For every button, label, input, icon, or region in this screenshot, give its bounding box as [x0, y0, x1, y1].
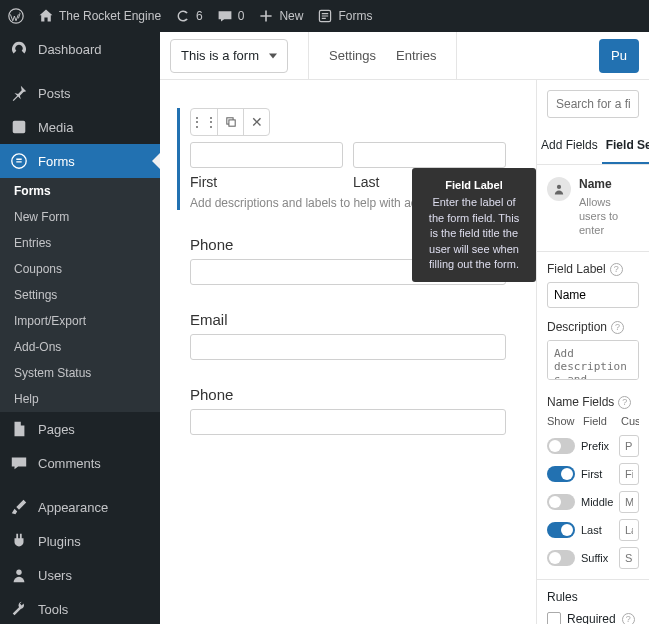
drag-handle[interactable]: ⋮⋮ — [191, 109, 217, 135]
comments-count: 0 — [238, 9, 245, 23]
submenu-new-form[interactable]: New Form — [0, 204, 160, 230]
new-label: New — [279, 9, 303, 23]
help-icon[interactable]: ? — [611, 321, 624, 334]
help-icon[interactable]: ? — [622, 613, 635, 624]
admin-bar: The Rocket Engine 6 0 New Forms — [0, 0, 649, 32]
first-name-input[interactable] — [190, 142, 343, 168]
help-icon[interactable]: ? — [610, 263, 623, 276]
tab-add-fields[interactable]: Add Fields — [537, 128, 602, 164]
tooltip-title: Field Label — [424, 178, 524, 193]
comments-link[interactable]: 0 — [217, 8, 245, 24]
submenu-addons[interactable]: Add-Ons — [0, 334, 160, 360]
sidebar-item-appearance[interactable]: Appearance — [0, 490, 160, 524]
form-canvas: ⋮⋮ ✕ First Last Add descriptions and lab… — [160, 80, 536, 624]
nf-label: Middle — [581, 496, 613, 508]
site-link[interactable]: The Rocket Engine — [38, 8, 161, 24]
col-show: Show — [547, 415, 577, 427]
main-area: This is a form Settings Entries Pu ⋮⋮ ✕ — [160, 32, 649, 624]
sidebar-item-users[interactable]: Users — [0, 558, 160, 592]
sidebar-label: Media — [38, 120, 73, 135]
phone2-label: Phone — [190, 386, 506, 403]
phone-field-2[interactable]: Phone — [190, 386, 506, 435]
sidebar-item-media[interactable]: Media — [0, 110, 160, 144]
row-last: Last — [547, 519, 639, 541]
topbar-divider — [456, 32, 457, 80]
row-suffix: Suffix — [547, 547, 639, 569]
svg-point-11 — [557, 185, 561, 189]
panel-tabs: Add Fields Field Settings — [537, 128, 649, 165]
email-input[interactable] — [190, 334, 506, 360]
email-label: Email — [190, 311, 506, 328]
submenu-forms[interactable]: Forms — [0, 178, 160, 204]
submenu-system-status[interactable]: System Status — [0, 360, 160, 386]
sidebar-label: Dashboard — [38, 42, 102, 57]
nf-label: First — [581, 468, 613, 480]
submenu-import-export[interactable]: Import/Export — [0, 308, 160, 334]
submenu-settings[interactable]: Settings — [0, 282, 160, 308]
search-field-input[interactable] — [547, 90, 639, 118]
new-link[interactable]: New — [258, 8, 303, 24]
field-label-tooltip: Field Label Enter the label of the form … — [412, 168, 536, 282]
field-label-input[interactable] — [547, 282, 639, 308]
nf-label: Suffix — [581, 552, 613, 564]
phone2-input[interactable] — [190, 409, 506, 435]
topbar-divider — [308, 32, 309, 80]
toggle-suffix[interactable] — [547, 550, 575, 566]
sidebar-label: Tools — [38, 602, 68, 617]
sidebar-item-dashboard[interactable]: Dashboard — [0, 32, 160, 66]
description-textarea[interactable] — [547, 340, 639, 380]
publish-button[interactable]: Pu — [599, 39, 639, 73]
wp-logo[interactable] — [8, 8, 24, 24]
sidebar-item-tools[interactable]: Tools — [0, 592, 160, 624]
delete-button[interactable]: ✕ — [243, 109, 269, 135]
name-fields-label: Name Fields? — [547, 395, 639, 409]
field-settings-panel: Add Fields Field Settings Name Allows us… — [536, 80, 649, 624]
summary-title: Name — [579, 177, 639, 193]
row-prefix: Prefix — [547, 435, 639, 457]
submenu-coupons[interactable]: Coupons — [0, 256, 160, 282]
row-middle: Middle — [547, 491, 639, 513]
forms-adminbar-link[interactable]: Forms — [317, 8, 372, 24]
toggle-first[interactable] — [547, 466, 575, 482]
wordpress-icon — [8, 8, 24, 24]
updates-count: 6 — [196, 9, 203, 23]
duplicate-button[interactable] — [217, 109, 243, 135]
submenu-help[interactable]: Help — [0, 386, 160, 412]
topbar-settings[interactable]: Settings — [329, 48, 376, 63]
prefix-sublabel-input[interactable] — [619, 435, 639, 457]
toggle-middle[interactable] — [547, 494, 575, 510]
sidebar-item-pages[interactable]: Pages — [0, 412, 160, 446]
first-sublabel-input[interactable] — [619, 463, 639, 485]
toggle-prefix[interactable] — [547, 438, 575, 454]
topbar-entries[interactable]: Entries — [396, 48, 436, 63]
help-icon[interactable]: ? — [618, 396, 631, 409]
first-sublabel: First — [190, 174, 343, 190]
site-title: The Rocket Engine — [59, 9, 161, 23]
sidebar-label: Comments — [38, 456, 101, 471]
forms-menu-icon — [10, 152, 28, 170]
last-sublabel-input[interactable] — [619, 519, 639, 541]
form-selector[interactable]: This is a form — [170, 39, 288, 73]
media-icon — [10, 118, 28, 136]
last-name-input[interactable] — [353, 142, 506, 168]
suffix-sublabel-input[interactable] — [619, 547, 639, 569]
middle-sublabel-input[interactable] — [619, 491, 639, 513]
email-field[interactable]: Email — [190, 311, 506, 360]
sidebar-item-comments[interactable]: Comments — [0, 446, 160, 480]
toggle-last[interactable] — [547, 522, 575, 538]
sidebar-label: Plugins — [38, 534, 81, 549]
sidebar-label: Users — [38, 568, 72, 583]
col-custom: Custom Sub-L — [621, 415, 639, 427]
submenu-entries[interactable]: Entries — [0, 230, 160, 256]
editor-topbar: This is a form Settings Entries Pu — [160, 32, 649, 80]
required-row: Required ? — [547, 612, 639, 624]
person-icon — [552, 182, 566, 196]
required-checkbox[interactable] — [547, 612, 561, 624]
updates-link[interactable]: 6 — [175, 8, 203, 24]
nf-label: Last — [581, 524, 613, 536]
sidebar-item-forms[interactable]: Forms — [0, 144, 160, 178]
sidebar-item-plugins[interactable]: Plugins — [0, 524, 160, 558]
sidebar-item-posts[interactable]: Posts — [0, 76, 160, 110]
tab-field-settings[interactable]: Field Settings — [602, 128, 649, 164]
pin-icon — [10, 84, 28, 102]
